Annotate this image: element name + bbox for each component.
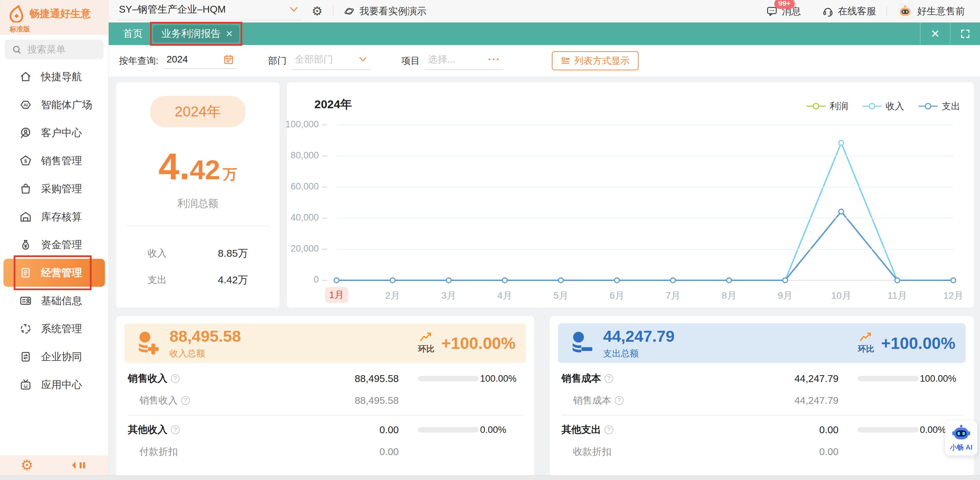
user-menu[interactable]: 好生意售前 xyxy=(897,3,965,19)
headset-icon xyxy=(822,5,834,17)
chevron-down-icon xyxy=(358,56,368,62)
user-name: 好生意售前 xyxy=(917,5,965,18)
gridline xyxy=(337,125,953,125)
online-support-button[interactable]: 在线客服 xyxy=(822,5,876,18)
sidebar-item-basic-info[interactable]: 基础信息 xyxy=(0,287,108,315)
messages-count-badge: 99+ xyxy=(774,0,795,9)
table-divider xyxy=(128,415,524,415)
project-select[interactable]: 选择... ··· xyxy=(425,52,503,70)
table-row: 销售成本? 44,247.79 100.00% xyxy=(562,368,964,390)
horizontal-scrollbar[interactable] xyxy=(0,475,980,480)
expense-banner: 44,247.79 支出总额 环比 +100.00% xyxy=(558,323,966,363)
y-axis-tick-label: 100,000 xyxy=(285,119,327,130)
expense-mom-value: +100.00% xyxy=(881,334,955,353)
table-row: 销售收入? 88,495.58 100.00% xyxy=(128,368,524,390)
company-name: SY–钢管生产企业–HQM xyxy=(119,3,226,16)
table-divider xyxy=(562,415,964,415)
brand-logo-icon xyxy=(8,5,25,22)
legend-item-expense[interactable]: 支出 xyxy=(918,100,960,112)
expense-detail-card: 44,247.79 支出总额 环比 +100.00% xyxy=(550,316,974,475)
progress-bar xyxy=(418,376,479,381)
dotted-divider xyxy=(126,226,269,227)
trend-up-icon xyxy=(859,332,872,342)
table-subrow: 销售收入? 88,495.58 xyxy=(128,390,524,411)
sidebar-item-quick-nav[interactable]: 快捷导航 xyxy=(0,63,108,91)
table-subrow: 收款折扣 0.00 xyxy=(562,441,964,463)
menu-search-input[interactable]: 搜索菜单 xyxy=(5,40,103,59)
list-view-button[interactable]: 列表方式显示 xyxy=(552,51,639,70)
messages-button[interactable]: 消息 99+ xyxy=(766,5,801,18)
account-settings-gear-icon[interactable]: ⚙ xyxy=(312,4,323,19)
sidebar-item-sales[interactable]: $ 销售管理 xyxy=(0,147,108,175)
y-axis-tick-label: 0 xyxy=(314,274,327,285)
sidebar-item-operations[interactable]: 经营管理 xyxy=(3,259,105,287)
id-card-icon xyxy=(19,294,32,307)
help-icon[interactable]: ? xyxy=(171,425,180,434)
robot-icon xyxy=(951,425,971,441)
expense-total-label: 支出总额 xyxy=(603,347,675,360)
shopping-bag-icon xyxy=(19,182,32,195)
settings-gear-icon[interactable]: ⚙ xyxy=(21,458,33,472)
money-bag-icon xyxy=(19,238,32,251)
ai-assistant-label: 小畅 AI xyxy=(950,443,972,452)
sidebar-item-system[interactable]: 系统管理 xyxy=(0,315,108,343)
income-mom-value: +100.00% xyxy=(441,334,515,353)
app-center-icon xyxy=(19,378,32,391)
x-axis-month-label: 4月 xyxy=(497,289,512,302)
collaboration-icon xyxy=(19,350,32,363)
topbar: SY–钢管生产企业–HQM ⚙ 我要看实例演示 消息 99+ xyxy=(109,0,980,22)
help-icon[interactable]: ? xyxy=(605,425,613,434)
help-icon[interactable]: ? xyxy=(605,374,613,383)
sidebar-item-funds[interactable]: 资金管理 xyxy=(0,231,108,259)
y-axis-tick-label: 20,000 xyxy=(290,243,327,254)
help-icon[interactable]: ? xyxy=(171,374,180,383)
help-icon[interactable]: ? xyxy=(615,396,624,405)
ai-assistant-button[interactable]: 小畅 AI xyxy=(945,421,977,455)
company-selector[interactable]: SY–钢管生产企业–HQM xyxy=(118,2,302,20)
legend-item-income[interactable]: 收入 xyxy=(862,100,904,112)
search-icon xyxy=(12,44,22,55)
x-axis-month-label: 3月 xyxy=(441,289,456,302)
ai-hexagon-icon: AI xyxy=(19,98,32,111)
spacer xyxy=(811,6,812,16)
department-select[interactable]: 全部部门 xyxy=(291,52,370,70)
progress-bar xyxy=(858,376,918,381)
sidebar-item-collaboration[interactable]: 企业协同 xyxy=(0,343,108,371)
demo-link[interactable]: 我要看实例演示 xyxy=(344,5,426,18)
chart-plot-area[interactable] xyxy=(337,125,953,280)
gridline xyxy=(337,218,953,219)
income-detail-card: 88,495.58 收入总额 环比 +100.00% xyxy=(116,316,534,475)
close-all-tabs-icon[interactable]: ✕ xyxy=(921,22,950,45)
year-filter: 按年查询: 2024 xyxy=(119,52,237,69)
sidebar-footer: ⚙ xyxy=(0,455,108,475)
sidebar-item-purchasing[interactable]: 采购管理 xyxy=(0,175,108,203)
sidebar-item-app-center[interactable]: 应用中心 xyxy=(0,371,108,399)
sidebar-item-ai-plaza[interactable]: AI 智能体广场 xyxy=(0,91,108,119)
table-subrow: 销售成本? 44,247.79 xyxy=(562,390,964,411)
expense-table: 销售成本? 44,247.79 100.00% 销售成本? 44,247.79 … xyxy=(550,365,974,463)
expense-total: 44,247.79 xyxy=(603,327,675,345)
chevron-down-icon xyxy=(289,6,299,13)
legend-item-profit[interactable]: 利润 xyxy=(807,100,848,112)
gridline xyxy=(337,187,953,187)
tab-business-profit-report[interactable]: 业务利润报告 ✕ xyxy=(153,25,239,42)
profit-trend-chart-card: 2024年 利润 收入 支出 020,00040,00060,00 xyxy=(287,82,974,307)
year-pill: 2024年 xyxy=(150,96,245,127)
sidebar-item-inventory[interactable]: 库存核算 xyxy=(0,203,108,231)
chart-y-axis: 020,00040,00060,00080,000100,000 xyxy=(287,125,332,280)
warehouse-icon xyxy=(19,210,32,223)
collapse-sidebar-icon[interactable] xyxy=(72,460,86,470)
x-axis-month-label: 1月 xyxy=(325,287,348,303)
home-icon xyxy=(19,70,32,83)
svg-text:$: $ xyxy=(24,158,27,164)
gridline xyxy=(337,156,953,156)
sidebar-item-customer-center[interactable]: 客户中心 xyxy=(0,119,108,147)
topbar-divider xyxy=(333,6,334,16)
tab-close-icon[interactable]: ✕ xyxy=(226,29,233,39)
y-axis-tick-label: 40,000 xyxy=(290,212,327,223)
tab-home[interactable]: 首页 xyxy=(123,27,143,41)
help-icon[interactable]: ? xyxy=(181,396,190,405)
clipboard-icon xyxy=(19,266,32,279)
year-input[interactable]: 2024 xyxy=(163,52,237,69)
fullscreen-icon[interactable] xyxy=(951,22,980,45)
